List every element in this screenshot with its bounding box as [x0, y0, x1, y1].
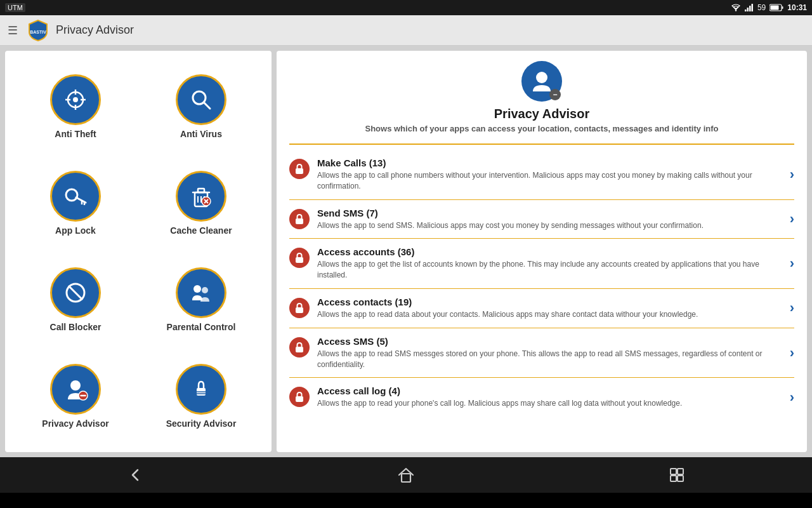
permission-desc: Allows the app to get the list of accoun…	[317, 259, 782, 281]
nav-item-app-lock[interactable]: App Lock	[45, 166, 106, 241]
permission-title: Access contacts (19)	[317, 297, 782, 307]
nav-item-privacy-advisor[interactable]: Privacy Advisor	[37, 359, 114, 434]
nav-item-call-blocker[interactable]: Call Blocker	[45, 262, 107, 337]
svg-rect-6	[782, 6, 783, 9]
svg-rect-51	[678, 476, 683, 481]
battery-level: 59	[757, 3, 766, 12]
lock-icon	[289, 209, 310, 229]
right-header: − Privacy Advisor Shows which of your ap…	[289, 61, 794, 133]
key-icon	[63, 184, 88, 209]
anti-virus-label: Anti Virus	[180, 129, 222, 139]
battery-icon	[769, 4, 783, 11]
chevron-right-icon: ›	[790, 300, 794, 316]
permission-desc: Allows the app to read SMS messges store…	[317, 349, 782, 370]
page-title: Privacy Advisor	[56, 23, 134, 37]
svg-rect-43	[296, 257, 303, 263]
permission-item-make-calls[interactable]: Make Calls (13) Allows the app to call p…	[289, 150, 794, 200]
right-panel-title: Privacy Advisor	[494, 107, 589, 121]
svg-rect-46	[296, 396, 303, 402]
parental-control-label: Parental Control	[167, 322, 236, 332]
app-indicator: UTM	[5, 3, 25, 12]
permission-desc: Allows the app to read data about your c…	[317, 309, 782, 320]
permission-title: Access accounts (36)	[317, 246, 782, 257]
parental-control-icon-circle	[176, 267, 226, 318]
app-lock-icon-circle	[50, 171, 101, 222]
title-bar: ☰ BASTIV Privacy Advisor	[0, 15, 812, 46]
home-icon	[397, 466, 415, 484]
svg-text:BASTIV: BASTIV	[30, 30, 46, 34]
svg-rect-47	[402, 474, 410, 482]
svg-rect-41	[296, 168, 303, 174]
chevron-right-icon: ›	[790, 389, 794, 406]
permission-title: Make Calls (13)	[317, 157, 782, 168]
nav-item-security-advisor[interactable]: Security Advisor	[161, 359, 242, 434]
svg-point-17	[66, 189, 77, 201]
svg-rect-42	[296, 218, 303, 224]
recents-icon	[668, 466, 686, 484]
svg-rect-3	[749, 6, 751, 11]
svg-point-33	[202, 287, 208, 293]
svg-line-31	[69, 286, 82, 300]
lock-icon	[289, 298, 310, 318]
wifi-icon	[731, 4, 741, 11]
chevron-right-icon: ›	[790, 211, 794, 227]
svg-rect-44	[296, 307, 303, 313]
back-button[interactable]	[101, 461, 169, 489]
bottom-nav	[0, 457, 812, 493]
permissions-list: Make Calls (13) Allows the app to call p…	[289, 150, 794, 417]
anti-theft-label: Anti Theft	[55, 129, 96, 139]
permission-item-send-sms[interactable]: Send SMS (7) Allows the app to send SMS.…	[289, 200, 794, 239]
app-lock-label: App Lock	[55, 225, 96, 236]
trash-icon	[188, 184, 214, 209]
menu-icon[interactable]: ☰	[8, 23, 18, 37]
permission-item-access-call-log[interactable]: Access call log (4) Allows the app to re…	[289, 378, 794, 417]
permission-item-access-sms[interactable]: Access SMS (5) Allows the app to read SM…	[289, 328, 794, 378]
crosshair-icon	[63, 87, 88, 112]
lock-svg	[294, 391, 305, 403]
security-advisor-icon-circle	[176, 364, 226, 415]
lock-svg	[294, 342, 305, 353]
nav-item-anti-virus[interactable]: Anti Virus	[171, 69, 232, 144]
nav-item-parental-control[interactable]: Parental Control	[162, 262, 241, 337]
right-panel-desc: Shows which of your apps can access your…	[365, 124, 719, 133]
svg-line-16	[204, 102, 210, 109]
right-panel: − Privacy Advisor Shows which of your ap…	[277, 51, 807, 452]
nav-item-cache-cleaner[interactable]: Cache Cleaner	[165, 166, 237, 241]
header-divider	[289, 144, 794, 145]
block-icon	[63, 280, 88, 305]
svg-point-0	[735, 10, 737, 11]
back-icon	[126, 466, 144, 484]
status-right: 59 10:31	[731, 3, 807, 12]
chevron-right-icon: ›	[790, 345, 794, 361]
lock-lines-icon	[188, 377, 214, 402]
lock-svg	[294, 302, 305, 314]
main-content: Anti Theft Anti Virus App	[0, 46, 812, 457]
permission-title: Access call log (4)	[317, 385, 782, 396]
svg-rect-1	[745, 10, 747, 11]
lock-icon	[289, 248, 310, 268]
permission-desc: Allows the app to read your phone's call…	[317, 398, 782, 409]
lock-icon	[289, 387, 310, 407]
privacy-advisor-big-icon: −	[521, 61, 562, 102]
permission-text: Access accounts (36) Allows the app to g…	[317, 246, 782, 281]
nav-item-anti-theft[interactable]: Anti Theft	[45, 69, 106, 144]
cache-cleaner-icon-circle	[176, 171, 226, 222]
person-minus-icon	[63, 377, 88, 402]
svg-rect-50	[671, 476, 676, 481]
status-bar: UTM 59 10:31	[0, 0, 812, 15]
lock-svg	[294, 252, 305, 264]
svg-point-40	[536, 72, 547, 83]
svg-rect-23	[198, 189, 204, 192]
permission-item-access-contacts[interactable]: Access contacts (19) Allows the app to r…	[289, 289, 794, 328]
lock-icon	[289, 159, 310, 179]
recents-button[interactable]	[643, 461, 711, 489]
signal-icon	[745, 4, 754, 11]
svg-rect-49	[678, 469, 683, 474]
clock: 10:31	[787, 3, 807, 12]
permission-title: Access SMS (5)	[317, 336, 782, 347]
call-blocker-icon-circle	[50, 267, 101, 318]
home-button[interactable]	[372, 461, 440, 489]
lock-svg	[294, 163, 305, 175]
permission-item-access-accounts[interactable]: Access accounts (36) Allows the app to g…	[289, 239, 794, 289]
lock-icon	[289, 337, 310, 358]
